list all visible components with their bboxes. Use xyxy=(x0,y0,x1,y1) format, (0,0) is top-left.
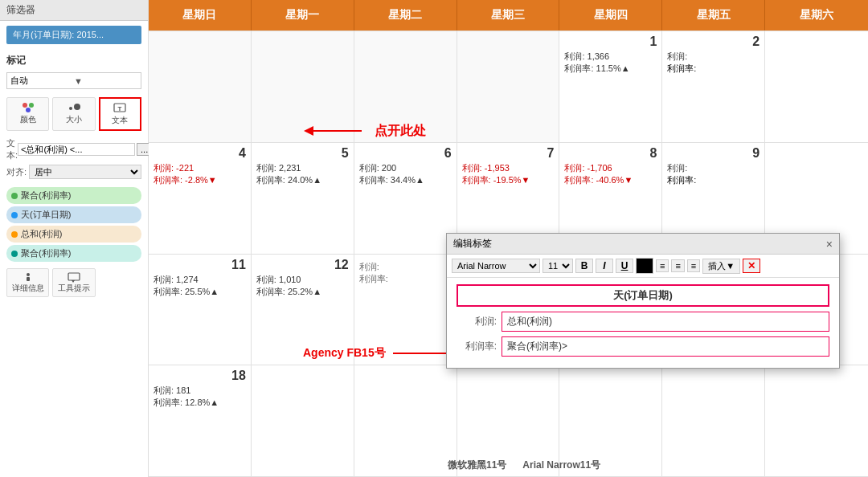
align-left-button[interactable]: ≡ xyxy=(656,259,669,272)
insert-button[interactable]: 插入▼ xyxy=(702,259,740,274)
color-tool[interactable]: 颜色 xyxy=(6,97,49,131)
day11-rate: 利润率: 25.5%▲ xyxy=(154,286,246,298)
day4-profit: 利润: -221 xyxy=(154,162,246,174)
size-select[interactable]: 11 xyxy=(542,259,573,273)
tooltip-label: 工具提示 xyxy=(58,283,90,294)
svg-point-3 xyxy=(69,107,72,110)
tag-green-icon xyxy=(11,193,18,199)
main-content: 星期日 星期一 星期二 星期三 星期四 星期五 星期六 1 利润: 1,366 … xyxy=(149,0,868,477)
bottom-text-1: 微软雅黑11号 xyxy=(448,459,506,472)
align-row: 对齐: 居中 xyxy=(6,165,141,179)
dialog-title-bar: 编辑标签 × xyxy=(447,234,839,255)
tag-order-date[interactable]: 天(订单日期) xyxy=(6,206,141,223)
day1-profit: 利润: 1,366 xyxy=(564,51,657,63)
main-container: 筛选器 年月(订单日期): 2015... 标记 自动 ▼ 颜色 xyxy=(0,0,868,477)
cal-cell-day23 xyxy=(662,365,765,477)
align-right-button[interactable]: ≡ xyxy=(687,259,700,272)
day-num-1: 1 xyxy=(564,35,657,49)
tag-profit-sum[interactable]: 总和(利润) xyxy=(6,226,141,243)
svg-point-2 xyxy=(26,108,31,112)
day-num-6: 6 xyxy=(359,146,452,161)
day7-rate: 利润率: -19.5%▼ xyxy=(462,174,555,186)
size-icon xyxy=(67,101,81,112)
svg-text:T: T xyxy=(118,105,122,112)
text-tool[interactable]: T 文本 xyxy=(99,97,141,131)
day5-profit: 利润: 2,231 xyxy=(256,162,349,174)
italic-button[interactable]: I xyxy=(596,259,613,273)
day-num-9: 9 xyxy=(667,146,760,161)
cal-cell-day19 xyxy=(252,365,354,477)
day6-profit: 利润: 200 xyxy=(359,162,452,174)
cal-cell-day2: 2 利润: 利润率: xyxy=(662,31,765,143)
day-num-5: 5 xyxy=(256,146,349,161)
font-select[interactable]: Arial Narrow xyxy=(452,259,540,273)
tooltip-tool[interactable]: 工具提示 xyxy=(52,268,95,297)
cal-cell-day4: 4 利润: -221 利润率: -2.8%▼ xyxy=(149,143,252,255)
day-num-2: 2 xyxy=(667,35,760,49)
profit-label: 利润: xyxy=(457,315,497,328)
auto-row[interactable]: 自动 ▼ xyxy=(6,72,141,89)
text-field-input[interactable] xyxy=(18,143,135,156)
cal-cell-day24 xyxy=(765,365,868,477)
underline-button[interactable]: U xyxy=(616,259,633,273)
tools-grid: 颜色 大小 T 文本 xyxy=(6,97,141,131)
color-picker-button[interactable] xyxy=(636,258,653,274)
header-friday: 星期五 xyxy=(662,0,765,31)
tooltip-icon xyxy=(67,271,81,283)
color-label: 颜色 xyxy=(20,114,36,125)
agency-annotation: Agency FB15号 xyxy=(303,345,453,361)
bold-button[interactable]: B xyxy=(575,259,593,273)
cal-cell-empty-1 xyxy=(149,31,252,143)
day-num-4: 4 xyxy=(154,146,246,161)
header-wednesday: 星期三 xyxy=(457,0,560,31)
cal-cell-day6: 6 利润: 200 利润率: 34.4%▲ xyxy=(354,143,457,255)
tag-blue-icon xyxy=(11,212,18,218)
text-icon: T xyxy=(113,102,127,113)
day2-rate: 利润率: xyxy=(667,63,760,75)
svg-point-1 xyxy=(29,103,34,108)
auto-dropdown-icon[interactable]: ▼ xyxy=(74,76,137,86)
bottom-text-2: Arial Narrow11号 xyxy=(522,459,600,472)
tag-profit-rate-2[interactable]: 聚合(利润率) xyxy=(6,245,141,262)
day-num-7: 7 xyxy=(462,146,555,161)
dialog-x-button[interactable]: ✕ xyxy=(743,259,760,273)
day4-rate: 利润率: -2.8%▼ xyxy=(154,174,246,186)
detail-row: 详细信息 工具提示 xyxy=(6,268,141,297)
cal-cell-empty-2 xyxy=(252,31,354,143)
rate-value-field[interactable]: 聚合(利润率)> xyxy=(502,336,829,357)
day5-rate: 利润率: 24.0%▲ xyxy=(256,174,349,186)
cal-cell-empty-3 xyxy=(354,31,457,143)
rate-label: 利润率: xyxy=(457,340,497,353)
sidebar-header: 筛选器 xyxy=(0,0,148,21)
dialog-row-profit: 利润: 总和(利润) xyxy=(457,312,829,332)
dialog-close-button[interactable]: × xyxy=(826,238,833,251)
day18-rate: 利润率: 12.8%▲ xyxy=(154,397,246,409)
day12-profit: 利润: 1,010 xyxy=(256,274,349,286)
align-select[interactable]: 居中 xyxy=(29,165,141,179)
day-num-12: 12 xyxy=(256,258,349,272)
date-field[interactable]: 天(订单日期) xyxy=(457,284,829,307)
dialog-row-rate: 利润率: 聚合(利润率)> xyxy=(457,336,829,357)
size-tool[interactable]: 大小 xyxy=(52,97,95,131)
edit-label-dialog: 编辑标签 × Arial Narrow 11 B I U ≡ ≡ ≡ 插入▼ ✕ xyxy=(446,233,840,369)
text-field-label: 文本: xyxy=(6,137,18,161)
tag-label-1: 天(订单日期) xyxy=(21,209,71,221)
tag-profit-rate[interactable]: 聚合(利润率) xyxy=(6,187,141,204)
day-num-11: 11 xyxy=(154,258,246,272)
agency-arrow xyxy=(389,345,453,361)
cal-cell-day5: 5 利润: 2,231 利润率: 24.0%▲ xyxy=(252,143,354,255)
profit-value-field[interactable]: 总和(利润) xyxy=(502,312,829,332)
filter-button[interactable]: 年月(订单日期): 2015... xyxy=(6,26,141,44)
dialog-toolbar: Arial Narrow 11 B I U ≡ ≡ ≡ 插入▼ ✕ xyxy=(447,255,839,278)
day18-profit: 利润: 181 xyxy=(154,385,246,397)
day12-rate: 利润率: 25.2%▲ xyxy=(256,286,349,298)
svg-point-7 xyxy=(27,273,30,276)
cal-cell-day3 xyxy=(765,31,868,143)
day-num-18: 18 xyxy=(154,369,246,383)
align-center-button[interactable]: ≡ xyxy=(671,259,684,272)
day8-rate: 利润率: -40.6%▼ xyxy=(564,174,657,186)
header-tuesday: 星期二 xyxy=(354,0,457,31)
detail-tool[interactable]: 详细信息 xyxy=(6,268,49,297)
cal-cell-day20 xyxy=(354,365,457,477)
detail-icon xyxy=(21,271,35,283)
